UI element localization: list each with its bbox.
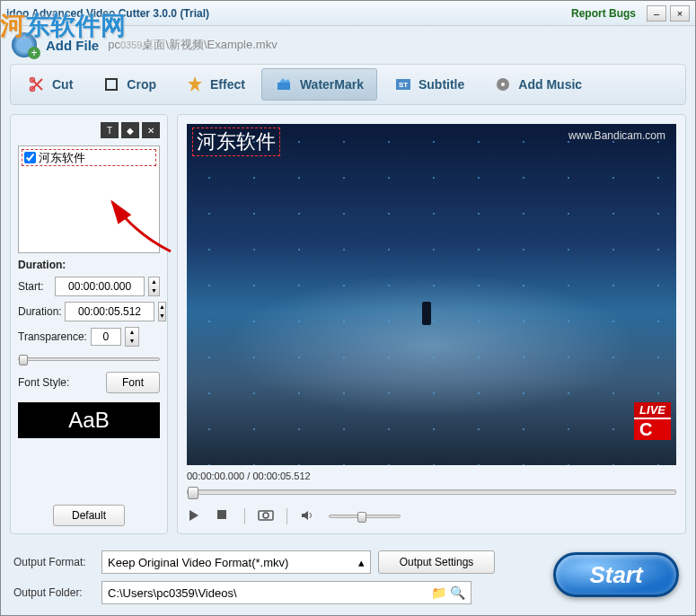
svg-rect-2 (106, 79, 117, 90)
seek-slider[interactable] (187, 485, 676, 499)
minimize-button[interactable]: – (647, 5, 666, 22)
duration-input[interactable] (65, 302, 154, 321)
svg-rect-8 (217, 510, 226, 519)
snapshot-button[interactable] (258, 508, 274, 524)
start-label: Start: (18, 280, 51, 293)
watermark-item[interactable] (22, 149, 156, 166)
music-icon (493, 75, 513, 94)
transparence-spinner[interactable]: ▲▼ (125, 327, 139, 347)
tab-effect[interactable]: Effect (172, 68, 258, 101)
svg-point-7 (501, 83, 505, 86)
close-button[interactable]: × (670, 5, 690, 22)
transparence-input[interactable] (91, 328, 121, 346)
watermark-icon (275, 75, 295, 94)
output-format-label: Output Format: (13, 556, 94, 568)
tab-crop[interactable]: Crop (89, 68, 169, 101)
start-time-input[interactable] (55, 277, 145, 296)
watermark-text-input[interactable] (39, 151, 146, 164)
duration-heading: Duration: (18, 259, 160, 271)
watermark-checkbox[interactable] (24, 152, 36, 163)
duration-label: Duration: (18, 305, 61, 318)
scissors-icon (27, 75, 47, 94)
start-spinner[interactable]: ▲▼ (148, 277, 160, 296)
transparence-label: Transparence: (18, 330, 87, 343)
time-readout: 00:00:00.000 / 00:00:05.512 (187, 471, 676, 481)
wm-tool-text[interactable]: T (101, 122, 119, 138)
tool-tabs: Cut Crop Effect WaterMark ST Subtitle Ad… (10, 64, 686, 105)
subtitle-icon: ST (393, 75, 413, 94)
volume-slider[interactable] (329, 509, 401, 524)
search-folder-icon[interactable]: 🔍 (450, 585, 465, 600)
default-button[interactable]: Default (53, 505, 125, 526)
tab-addmusic[interactable]: Add Music (480, 68, 595, 101)
wm-tool-image[interactable]: ◆ (121, 122, 139, 138)
folder-icon[interactable]: 📁 (431, 585, 446, 600)
tab-cut[interactable]: Cut (14, 68, 85, 101)
live-badge: LIVE C (634, 402, 671, 440)
stop-button[interactable] (216, 508, 232, 524)
file-path: pc0359桌面\新视频\Example.mkv (108, 37, 277, 53)
svg-rect-3 (278, 83, 290, 90)
fontstyle-label: Font Style: (18, 376, 69, 389)
start-button[interactable]: Start (553, 552, 679, 597)
watermark-overlay[interactable]: 河东软件 (192, 128, 280, 156)
watermark-list (18, 145, 160, 253)
site-logo-overlay: 河河东软件网东软件网 (0, 9, 126, 43)
volume-icon[interactable] (300, 508, 316, 524)
tab-subtitle[interactable]: ST Subtitle (381, 68, 477, 101)
chevron-up-icon: ▴ (358, 556, 365, 569)
font-preview: AaB (18, 402, 160, 438)
crop-icon (101, 75, 121, 94)
play-button[interactable] (187, 508, 203, 524)
wm-tool-delete[interactable]: ✕ (142, 122, 160, 138)
output-bar: Output Format: Keep Original Video Forma… (1, 543, 695, 615)
app-window: idoo Advanced Video Cutter 3.0.0 (Trial)… (0, 0, 696, 616)
transparence-slider[interactable] (18, 352, 160, 366)
tab-watermark[interactable]: WaterMark (261, 68, 377, 101)
report-bugs-link[interactable]: Report Bugs (571, 7, 636, 20)
output-folder-label: Output Folder: (13, 586, 94, 599)
video-preview[interactable]: 河东软件 www.Bandicam.com LIVE C (187, 124, 676, 465)
output-settings-button[interactable]: Output Settings (378, 550, 495, 574)
duration-spinner[interactable]: ▲▼ (158, 302, 166, 321)
output-format-select[interactable]: Keep Original Video Format(*.mkv) ▴ (101, 550, 371, 574)
preview-panel: 河东软件 www.Bandicam.com LIVE C 00:00:00.00… (177, 114, 686, 534)
font-button[interactable]: Font (106, 372, 160, 393)
svg-point-10 (263, 513, 269, 518)
output-folder-input[interactable]: C:\Users\pc0359\Videos\ 📁 🔍 (101, 581, 471, 604)
watermark-panel: T ◆ ✕ Duration: Start: ▲▼ Duration: ▲▼ (10, 114, 168, 534)
star-icon (185, 75, 205, 94)
svg-text:ST: ST (399, 81, 408, 89)
bandicam-watermark: www.Bandicam.com (568, 129, 665, 142)
